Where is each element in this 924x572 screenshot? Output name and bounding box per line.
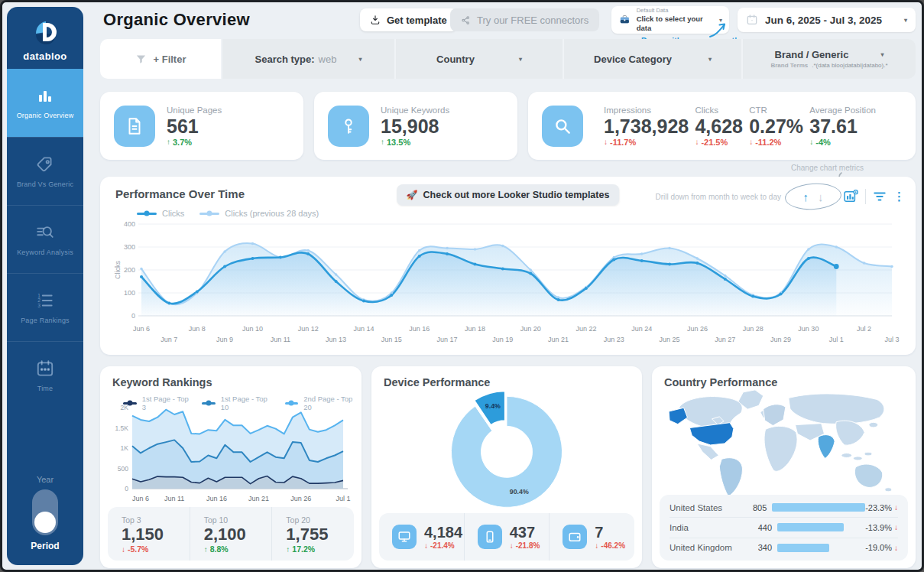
svg-text:Jun 21: Jun 21 — [548, 336, 569, 343]
change-metrics-icon[interactable] — [843, 189, 858, 204]
share-icon — [461, 15, 471, 25]
svg-text:Jun 8: Jun 8 — [189, 325, 206, 333]
brand-generic-dropdown[interactable]: Brand / Generic ▾ Brand Terms.*(data blo… — [741, 39, 916, 79]
svg-text:3: 3 — [37, 302, 41, 307]
keyword-search-icon — [35, 223, 55, 242]
chart-legend: Clicks Clicks (previous 28 days) — [137, 209, 319, 218]
get-template-label: Get template — [387, 15, 447, 26]
search-type-value: web — [319, 54, 337, 65]
sidebar-item-time[interactable]: Time — [7, 341, 83, 409]
data-source-icon — [618, 13, 631, 27]
table-row[interactable]: United States 805 -23.3%↓ — [669, 498, 898, 517]
funnel-icon — [135, 54, 147, 65]
templates-link-label: Check out more Looker Studio templates — [423, 190, 610, 200]
svg-text:Jun 13: Jun 13 — [326, 336, 346, 343]
year-period-toggle[interactable] — [32, 489, 58, 535]
svg-text:Jun 11: Jun 11 — [271, 336, 290, 343]
svg-text:Jun 10: Jun 10 — [242, 325, 263, 333]
svg-text:Jun 26: Jun 26 — [290, 495, 311, 502]
date-range-value: Jun 6, 2025 - Jul 3, 2025 — [765, 15, 882, 26]
numbered-list-icon: 1 2 3 — [35, 291, 55, 310]
kebab-menu-icon[interactable]: ⋮ — [893, 190, 905, 203]
country-filter-label: Country — [436, 54, 475, 65]
sidebar-item-label: Keyword Analysis — [17, 249, 73, 257]
legend-label: Clicks (previous 28 days) — [225, 209, 319, 218]
country-dropdown[interactable]: Country ▾ — [394, 39, 563, 79]
desktop-icon — [392, 525, 417, 549]
sidebar-nav: Organic Overview Brand Vs Generic Keywor… — [7, 69, 83, 409]
search-type-label: Search type: — [255, 54, 315, 65]
kpi-card-search-metrics: Impressions 1,738,928 ↓-11.7% Clicks 4,6… — [528, 92, 916, 160]
sidebar-item-label: Organic Overview — [17, 112, 74, 120]
stat-top20: Top 20 1,755 ↑17.2% — [271, 507, 354, 561]
calendar-icon — [746, 14, 758, 26]
templates-link-button[interactable]: 🚀 Check out more Looker Studio templates — [397, 184, 620, 206]
kpi-value: 561 — [167, 115, 222, 137]
date-range-picker[interactable]: Jun 6, 2025 - Jul 3, 2025 ▾ — [738, 8, 916, 32]
svg-text:0: 0 — [131, 312, 135, 320]
bar-chart-icon — [36, 87, 54, 106]
svg-text:1.5K: 1.5K — [115, 424, 129, 432]
svg-text:Jun 17: Jun 17 — [437, 336, 458, 343]
sidebar-item-organic-overview[interactable]: Organic Overview — [7, 69, 83, 137]
brand-terms-label: Brand Terms — [770, 62, 808, 69]
svg-text:Jun 7: Jun 7 — [160, 336, 177, 343]
chevron-down-icon: ▾ — [880, 51, 883, 58]
device-category-label: Device Category — [594, 54, 672, 65]
sidebar-item-label: Brand Vs Generic — [17, 180, 73, 189]
chevron-down-icon: ▾ — [358, 56, 361, 63]
sidebar-item-brand-vs-generic[interactable]: Brand Vs Generic — [7, 137, 83, 205]
legend-label: Clicks — [162, 209, 184, 218]
sidebar-item-keyword-analysis[interactable]: Keyword Analysis — [7, 205, 83, 273]
svg-text:Clicks: Clicks — [114, 261, 122, 279]
chevron-down-icon[interactable]: ▾ — [904, 17, 907, 24]
device-performance-title: Device Performance — [384, 376, 490, 388]
keyword-area-chart: 05001K1.5K2KJun 6Jun 11Jun 16Jun 21Jun 2… — [109, 403, 351, 505]
legend-marker-clicks — [137, 213, 157, 215]
svg-text:Jun 14: Jun 14 — [353, 325, 374, 333]
keyword-stats-strip: Top 3 1,150 ↓-5.7% Top 10 2,100 ↑8.8% To… — [108, 507, 354, 561]
device-category-dropdown[interactable]: Device Category ▾ — [563, 39, 741, 79]
filter-lines-icon[interactable] — [873, 190, 887, 203]
keyword-rankings-card: Keyword Rankings 1st Page - Top 3 1st Pa… — [100, 366, 361, 568]
divider — [865, 189, 866, 204]
device-stats-strip: 4,184 ↓-21.4% 437 ↓-21.8% — [379, 513, 634, 561]
filter-bar: + Filter Search type: web ▾ Country ▾ De… — [100, 39, 916, 79]
free-connectors-button[interactable]: Try our FREE connectors — [450, 8, 599, 31]
add-filter-button[interactable]: + Filter — [100, 39, 221, 79]
table-row[interactable]: United Kingdom 340 -19.0%↓ — [669, 538, 898, 557]
svg-text:Jun 22: Jun 22 — [575, 325, 596, 333]
legend-marker-clicks-prev — [199, 213, 219, 215]
data-source-line1: Default Data — [637, 7, 714, 14]
svg-text:Jun 24: Jun 24 — [631, 325, 652, 333]
svg-text:Jun 26: Jun 26 — [687, 325, 708, 333]
svg-text:Jun 18: Jun 18 — [465, 325, 485, 333]
period-toggle-block: Year Period — [31, 475, 59, 565]
drill-down-note: Drill down from month to week to day — [655, 193, 781, 201]
down-arrow-icon: ↓ — [695, 138, 699, 146]
add-filter-label: + Filter — [154, 54, 186, 65]
value-bar — [772, 503, 865, 512]
svg-text:Jun 20: Jun 20 — [520, 325, 541, 333]
down-arrow-icon: ↓ — [894, 503, 898, 512]
tag-icon — [35, 154, 55, 174]
sidebar-item-label: Page Rankings — [21, 317, 70, 325]
key-icon — [328, 106, 369, 147]
data-source-line2: Click to select your data — [637, 15, 714, 33]
get-template-button[interactable]: Get template — [360, 8, 457, 31]
svg-text:Jun 16: Jun 16 — [206, 495, 227, 502]
down-arrow-icon: ↓ — [122, 545, 125, 554]
metric-clicks: Clicks 4,628 ↓-21.5% — [695, 106, 743, 147]
search-type-dropdown[interactable]: Search type: web ▾ — [221, 39, 394, 79]
performance-title: Performance Over Time — [115, 187, 245, 200]
svg-text:400: 400 — [124, 220, 135, 228]
toggle-knob[interactable] — [34, 512, 56, 533]
logo: databloo — [23, 7, 66, 69]
sidebar-item-page-rankings[interactable]: 1 2 3 Page Rankings — [7, 273, 83, 341]
toggle-period-label: Period — [31, 541, 59, 551]
kpi-label: Unique Pages — [167, 106, 222, 115]
svg-text:Jun 16: Jun 16 — [409, 325, 430, 333]
world-map — [664, 386, 903, 498]
table-row[interactable]: India 440 -13.9%↓ — [669, 517, 898, 537]
svg-text:2K: 2K — [121, 404, 129, 411]
